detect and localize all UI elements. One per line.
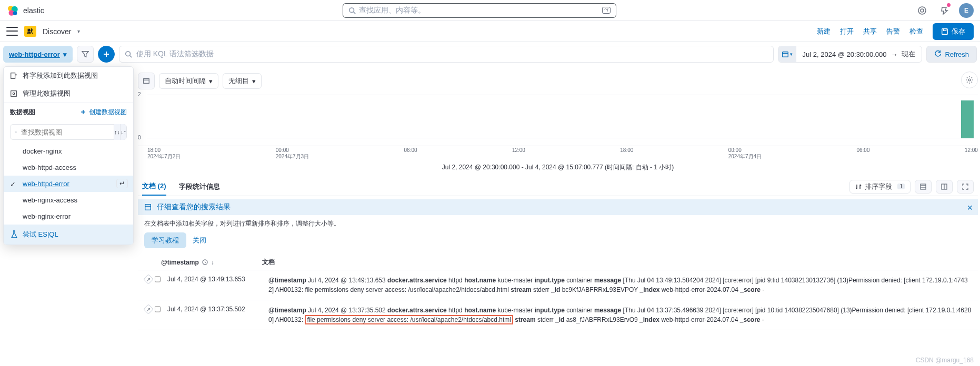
x-tick: 18:00 — [620, 147, 633, 160]
hint-actions: 学习教程 关闭 — [138, 232, 978, 253]
hint-subtitle: 在文档表中添加相关字段，对列进行重新排序和排序，调整行大小等。 — [138, 215, 978, 232]
chart-toolbar: 自动时间间隔▾ 无细目▾ — [138, 70, 978, 92]
share-link[interactable]: 共享 — [863, 27, 877, 36]
y-tick: 2 — [138, 92, 141, 97]
chevron-down-icon: ▾ — [252, 77, 256, 85]
date-picker[interactable]: ▾ Jul 2, 2024 @ 20:30:00.000 → 现在 — [778, 46, 923, 63]
row-timestamp: Jul 4, 2024 @ 13:49:13.653 — [167, 276, 262, 283]
breadcrumb[interactable]: Discover — [43, 27, 71, 36]
row-checkbox[interactable] — [155, 306, 161, 312]
kql-input[interactable]: 使用 KQL 语法筛选数据 — [119, 46, 774, 63]
x-tick: 00:002024年7月3日 — [276, 147, 309, 160]
clock-icon — [202, 259, 208, 265]
learn-button[interactable]: 学习教程 — [144, 232, 186, 248]
open-link[interactable]: 打开 — [840, 27, 854, 36]
svg-rect-24 — [144, 79, 149, 84]
slash-shortcut: ^/ — [602, 7, 610, 14]
chevron-down-icon: ▾ — [63, 50, 67, 58]
dataview-section-header: 数据视图 ＋创建数据视图 — [10, 107, 127, 117]
dataview-search-input[interactable] — [17, 128, 114, 136]
svg-line-13 — [129, 56, 132, 58]
row-document: @timestamp Jul 4, 2024 @ 13:37:35.502 do… — [268, 306, 972, 324]
grid-density-icon[interactable] — [915, 180, 932, 194]
alerts-link[interactable]: 告警 — [886, 27, 900, 36]
svg-point-4 — [349, 7, 354, 12]
sort-fields-button[interactable]: 排序字段 1 — [849, 180, 911, 194]
table-row: ↗Jul 4, 2024 @ 13:37:35.502@timestamp Ju… — [138, 300, 978, 330]
hint-banner: 仔细查看您的搜索结果 × — [138, 199, 978, 215]
x-tick: 00:002024年7月4日 — [728, 147, 762, 160]
help-icon[interactable] — [915, 3, 929, 18]
svg-rect-26 — [921, 184, 926, 189]
svg-rect-9 — [943, 28, 946, 30]
dataview-label: web-httpd-error — [9, 50, 60, 58]
dataview-item[interactable]: docker-nginx — [4, 143, 133, 159]
space-badge[interactable]: 默 — [24, 26, 36, 37]
fullscreen-icon[interactable] — [957, 180, 974, 194]
inspect-link[interactable]: 检查 — [909, 27, 923, 36]
sort-asc-icon[interactable]: ↑↓ — [114, 124, 120, 140]
expand-row-icon[interactable]: ↗ — [143, 274, 154, 284]
svg-rect-14 — [782, 52, 788, 57]
col-timestamp[interactable]: @timestamp ↓ — [161, 258, 256, 267]
avatar[interactable]: E — [959, 3, 974, 18]
toggle-histogram-icon[interactable] — [138, 73, 155, 89]
beaker-icon — [10, 230, 18, 239]
try-esql[interactable]: 尝试 ES|QL — [4, 225, 133, 245]
svg-line-5 — [353, 12, 355, 14]
chevron-down-icon[interactable]: ▾ — [77, 28, 80, 34]
expand-row-icon[interactable]: ↗ — [143, 304, 154, 314]
x-tick: 12:00 — [512, 147, 525, 160]
header-actions: E — [915, 3, 974, 18]
filter-icon-button[interactable] — [77, 46, 94, 63]
brand[interactable]: elastic — [6, 4, 44, 17]
svg-point-12 — [126, 52, 131, 56]
histogram-chart[interactable]: 2 0 18:002024年7月2日00:002024年7月3日06:0012:… — [138, 94, 978, 146]
sort-desc-icon[interactable]: ↓↑ — [120, 124, 126, 140]
dataview-item[interactable]: web-httpd-access — [4, 159, 133, 176]
filter-icon — [82, 50, 89, 58]
new-link[interactable]: 新建 — [817, 27, 831, 36]
inspect-icon — [144, 204, 152, 211]
columns-icon[interactable] — [936, 180, 953, 194]
app-toolbar: 默 Discover ▾ 新建 打开 共享 告警 检查 保存 — [0, 21, 980, 42]
dataview-item[interactable]: web-nginx-access — [4, 192, 133, 208]
x-tick: 12:00 — [965, 147, 978, 160]
dataview-item[interactable]: ✓web-httpd-error↵ — [4, 176, 133, 192]
table-row: ↗Jul 4, 2024 @ 13:49:13.653@timestamp Ju… — [138, 270, 978, 300]
row-checkbox[interactable] — [155, 276, 161, 282]
svg-point-16 — [968, 79, 971, 81]
interval-select[interactable]: 自动时间间隔▾ — [159, 73, 218, 89]
tab-field-stats[interactable]: 字段统计信息 — [179, 177, 220, 196]
close-icon[interactable]: × — [967, 202, 973, 214]
svg-rect-8 — [942, 28, 948, 34]
add-filter-button[interactable] — [98, 46, 115, 63]
date-range-text[interactable]: Jul 2, 2024 @ 20:30:00.000 → 现在 — [796, 49, 922, 59]
search-icon — [348, 7, 356, 14]
breakdown-select[interactable]: 无细目▾ — [223, 73, 262, 89]
main-content: 自动时间间隔▾ 无细目▾ 2 0 18:002024年7月2日00:002024… — [0, 66, 980, 366]
dataview-search[interactable]: ↑↓ ↓↑ — [10, 124, 127, 140]
y-tick: 0 — [138, 135, 141, 140]
global-search[interactable]: 查找应用、内容等。 ^/ — [343, 3, 616, 18]
search-icon — [125, 50, 132, 58]
sort-down-icon: ↓ — [211, 259, 214, 266]
add-field-action[interactable]: 将字段添加到此数据视图 — [4, 67, 133, 85]
newsfeed-icon[interactable] — [937, 3, 952, 18]
dataview-selector[interactable]: web-httpd-error ▾ — [3, 46, 73, 63]
histogram-bar[interactable] — [961, 100, 974, 138]
manage-dataview-action[interactable]: 管理此数据视图 — [4, 85, 133, 103]
save-button[interactable]: 保存 — [933, 23, 974, 40]
calendar-icon[interactable]: ▾ — [778, 46, 796, 62]
sort-icon — [855, 184, 862, 190]
col-document[interactable]: 文档 — [262, 258, 972, 267]
x-tick: 06:00 — [856, 147, 869, 160]
chart-settings-icon[interactable] — [961, 72, 978, 88]
nav-toggle-icon[interactable] — [6, 26, 18, 37]
refresh-button[interactable]: Refresh — [926, 46, 977, 63]
tab-documents[interactable]: 文档 (2) — [142, 177, 166, 196]
create-dataview-link[interactable]: ＋创建数据视图 — [79, 107, 127, 117]
dataview-item[interactable]: web-nginx-error — [4, 208, 133, 225]
dismiss-link[interactable]: 关闭 — [193, 232, 206, 248]
x-tick: 06:00 — [404, 147, 417, 160]
